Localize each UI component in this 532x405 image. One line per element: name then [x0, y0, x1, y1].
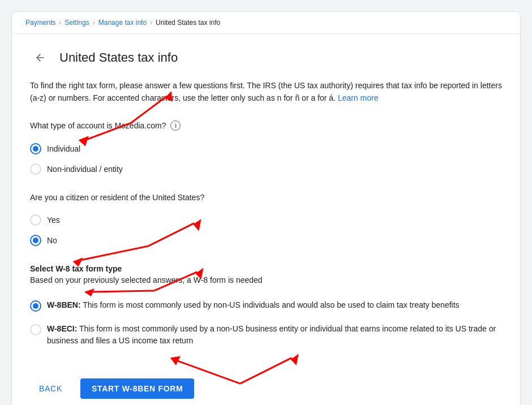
- w8-section-desc: Based on your previously selected answer…: [30, 275, 502, 285]
- citizenship-question-label: Are you a citizen or resident of the Uni…: [30, 193, 502, 202]
- account-type-nonindividual-label: Non-individual / entity: [47, 165, 123, 174]
- citizenship-no-label: No: [47, 236, 57, 245]
- citizenship-no-radio[interactable]: [30, 235, 41, 246]
- account-type-nonindividual-option[interactable]: Non-individual / entity: [30, 159, 502, 179]
- w8ben-option[interactable]: W-8BEN: This form is most commonly used …: [30, 294, 502, 317]
- breadcrumb-sep-3: ›: [150, 19, 152, 27]
- citizenship-yes-radio[interactable]: [30, 214, 41, 226]
- citizenship-yes-option[interactable]: Yes: [30, 210, 502, 230]
- w8eci-label: W-8ECI: This form is most commonly used …: [47, 323, 502, 347]
- breadcrumb-manage-tax[interactable]: Manage tax info: [98, 19, 147, 27]
- w8ben-label: W-8BEN: This form is most commonly used …: [47, 299, 460, 311]
- breadcrumb-payments[interactable]: Payments: [25, 19, 55, 27]
- citizenship-no-option[interactable]: No: [30, 230, 502, 251]
- w8eci-option[interactable]: W-8ECI: This form is most commonly used …: [30, 317, 502, 352]
- account-type-individual-option[interactable]: Individual: [30, 139, 502, 159]
- account-type-individual-label: Individual: [47, 144, 80, 153]
- breadcrumb-sep-1: ›: [59, 19, 61, 27]
- back-icon-button[interactable]: [30, 48, 50, 68]
- start-w8ben-button[interactable]: START W-8BEN FORM: [80, 378, 194, 399]
- svg-marker-13: [170, 356, 181, 365]
- account-type-info-icon[interactable]: i: [170, 120, 181, 131]
- breadcrumb: Payments › Settings › Manage tax info › …: [12, 12, 520, 34]
- learn-more-link[interactable]: Learn more: [338, 93, 379, 102]
- back-button[interactable]: BACK: [30, 380, 71, 398]
- citizenship-yes-label: Yes: [47, 216, 60, 225]
- page-description: To find the right tax form, please answe…: [30, 79, 502, 105]
- w8ben-radio[interactable]: [30, 300, 41, 312]
- w8eci-radio[interactable]: [30, 324, 41, 335]
- footer-buttons: BACK START W-8BEN FORM: [30, 369, 502, 399]
- account-type-radio-group: Individual Non-individual / entity: [30, 139, 502, 179]
- account-type-nonindividual-radio[interactable]: [30, 163, 41, 175]
- account-type-question-label: What type of account is Mozedia.com? i: [30, 120, 502, 131]
- breadcrumb-current: United States tax info: [156, 19, 220, 27]
- svg-marker-15: [291, 354, 299, 365]
- breadcrumb-settings[interactable]: Settings: [65, 19, 89, 27]
- account-type-individual-radio[interactable]: [30, 143, 41, 154]
- w8-section-title: Select W-8 tax form type: [30, 264, 502, 273]
- citizenship-radio-group: Yes No: [30, 210, 502, 251]
- breadcrumb-sep-2: ›: [93, 19, 95, 27]
- page-header: United States tax info: [30, 48, 502, 68]
- w8-section: Select W-8 tax form type Based on your p…: [30, 264, 502, 352]
- page-title: United States tax info: [59, 50, 178, 65]
